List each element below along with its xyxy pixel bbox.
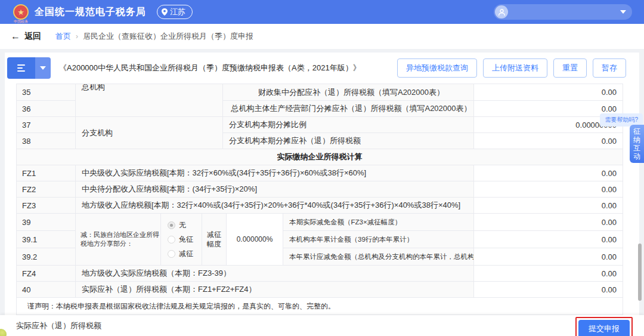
menu-caret[interactable]	[35, 57, 51, 79]
reset-button[interactable]: 重置	[553, 58, 587, 78]
tax-bureau-emblem-icon: ★	[13, 4, 29, 20]
form-list-icon	[7, 57, 35, 79]
submit-declaration-button[interactable]: 提交申报	[578, 320, 630, 336]
chevron-down-icon	[40, 66, 46, 70]
row-number: 36	[17, 100, 75, 116]
radio-unchecked-icon	[168, 250, 175, 258]
row-value[interactable]: 0.00	[473, 230, 623, 248]
arrow-left-icon: ←	[11, 31, 20, 42]
radio-unchecked-icon	[168, 236, 175, 243]
toolbar-actions: 异地预缴税款查询 上传附送资料 重置 暂存	[397, 58, 626, 78]
row-number: 39.1	[17, 230, 75, 248]
row-value[interactable]: 0.00	[473, 132, 623, 149]
row-desc: 实际应补（退）所得税额（本期：FZ1+FZ2+FZ4）	[75, 281, 473, 297]
row-desc: 地方级收入应纳税额[本期：32行×40%或(34行+35行)×20%+36行*4…	[75, 197, 473, 213]
save-draft-button[interactable]: 暂存	[593, 58, 626, 78]
row-desc: 财政集中分配应补（退）所得税额（填写A202000表）	[222, 84, 473, 100]
radio-label: 无	[179, 220, 186, 230]
breadcrumb-bar: ← 返回 首页 › 居民企业（查账征收）企业所得税月（季）度申报	[0, 24, 644, 49]
row-value[interactable]: 0.00	[473, 197, 623, 213]
row-number: 38	[17, 132, 75, 149]
row-desc: 中央级收入实际应纳税额[本期：32行×60%或(34行+35行+36行)×60%…	[75, 165, 473, 181]
interaction-side-tab[interactable]: 征纳互动	[630, 125, 644, 163]
group-label-cell: 总机构	[75, 84, 222, 116]
breadcrumb-separator: ›	[76, 32, 78, 41]
radio-option-exempt[interactable]: 免征	[168, 235, 193, 245]
row-value[interactable]: 0.00	[473, 165, 623, 181]
vertical-scrollbar[interactable]	[638, 243, 642, 301]
row-value[interactable]: 0.00	[473, 248, 623, 265]
group-label: 总机构	[82, 84, 105, 93]
row-desc: 本机构本年累计金额（39行的本年累计）	[283, 230, 473, 248]
region-badge[interactable]: 江苏	[157, 5, 193, 19]
row-desc: 分支机构本期分摊比例	[222, 116, 473, 132]
row-number: FZ3	[17, 197, 75, 213]
user-avatar-icon	[495, 5, 508, 19]
app-header: ★ 全国统一规范电子税务局 江苏	[0, 0, 644, 24]
table-band-headoffice: 35 总机构 财政集中分配应补（退）所得税额（填写A202000表） 0.00 …	[17, 84, 623, 116]
rate-label: 减征幅度	[206, 230, 222, 249]
row-desc: 总机构主体生产经营部门分摊应补（退）所得税额（填写A202000表）	[222, 100, 473, 116]
row-desc: 本年累计应减免金额（总机构及分支机构的本年累计，总机构填报）	[283, 248, 473, 265]
table-band-branch: 37 分支机构 分支机构本期分摊比例 0.00000000 38 分支机构本期分…	[17, 116, 623, 149]
radio-label: 减征	[179, 249, 193, 259]
row-number: 40	[17, 281, 75, 297]
row-value[interactable]: 0.00	[473, 265, 623, 281]
breadcrumb-current: 居民企业（查账征收）企业所得税月（季）度申报	[83, 31, 253, 42]
radio-label: 免征	[179, 235, 193, 245]
declaration-statement: 谨声明：本纳税申报表是根据国家税收法律法规及相关规定填报的，是真实的、可靠的、完…	[17, 297, 623, 315]
group-label: 分支机构	[75, 116, 222, 149]
row-number: 39.2	[17, 248, 75, 265]
table-band-tail: FZ4 地方级收入实际应纳税额（本期：FZ3-39） 0.00 40 实际应补（…	[17, 265, 623, 297]
radio-option-none[interactable]: 无	[168, 220, 186, 230]
row-value[interactable]: 0.00	[473, 84, 623, 100]
declaration-table: 35 总机构 财政集中分配应补（退）所得税额（填写A202000表） 0.00 …	[16, 84, 623, 315]
upload-attachment-button[interactable]: 上传附送资料	[483, 58, 547, 78]
footer-total-label: 实际应补（退）所得税额	[16, 320, 101, 331]
back-label: 返回	[24, 31, 41, 42]
row-value[interactable]: 0.00	[473, 181, 623, 197]
exemption-radio-group: 无 免征 减征	[160, 213, 202, 265]
row-number: 35	[17, 84, 75, 100]
form-toolbar: 《A200000中华人民共和国企业所得税月（季）度预缴纳税申报表（A类，2021…	[5, 53, 639, 84]
row-number: FZ4	[17, 265, 75, 281]
app-title: 全国统一规范电子税务局	[35, 6, 146, 19]
brand: ★ 全国统一规范电子税务局 江苏	[13, 4, 193, 20]
radio-option-reduce[interactable]: 减征	[168, 249, 193, 259]
radio-checked-icon	[168, 221, 175, 229]
footer-bar: 实际应补（退）所得税额 提交申报	[0, 315, 644, 336]
rate-value-cell[interactable]: 0.000000%	[226, 213, 283, 265]
rate-label-cell: 减征幅度	[202, 213, 226, 265]
row-desc: 地方级收入实际应纳税额（本期：FZ3-39）	[75, 265, 473, 281]
row-number: FZ1	[17, 165, 75, 181]
row-number: FZ2	[17, 181, 75, 197]
user-menu[interactable]	[494, 4, 632, 20]
row-value[interactable]: 0.00	[473, 213, 623, 230]
row-desc: 分支机构本期分摊应补（退）所得税额	[222, 132, 473, 149]
deduction-group-label: 减：民族自治地区企业所得税地方分享部分：	[75, 213, 160, 265]
chevron-down-icon	[620, 10, 626, 14]
back-button[interactable]: ← 返回	[11, 31, 41, 42]
row-value[interactable]: 0.00	[473, 281, 623, 297]
row-desc: 本期实际减免金额（FZ3×减征幅度）	[283, 213, 473, 230]
annotation-highlight-box: 提交申报	[575, 317, 633, 336]
row-number: 39	[17, 213, 75, 230]
table-band-fz: FZ1 中央级收入实际应纳税额[本期：32行×60%或(34行+35行+36行)…	[17, 165, 623, 213]
form-menu-button[interactable]	[7, 57, 51, 79]
row-number: 37	[17, 116, 75, 132]
location-pin-icon	[162, 8, 168, 16]
table-band-39: 39 减：民族自治地区企业所得税地方分享部分： 无 免征 减征 减征幅度 0.0…	[17, 213, 623, 265]
region-badge-label: 江苏	[170, 7, 185, 17]
breadcrumb-home[interactable]: 首页	[55, 31, 71, 42]
form-title: 《A200000中华人民共和国企业所得税月（季）度预缴纳税申报表（A类，2021…	[59, 63, 361, 73]
form-card: 《A200000中华人民共和国企业所得税月（季）度预缴纳税申报表（A类，2021…	[5, 53, 639, 315]
side-tab-label: 征纳互动	[633, 127, 641, 161]
section-header: 实际缴纳企业所得税计算	[17, 149, 623, 165]
remote-prepay-query-button[interactable]: 异地预缴税款查询	[397, 58, 477, 78]
row-desc: 中央待分配收入应纳税额[本期：(34行+35行)×20%]	[75, 181, 473, 197]
breadcrumb: 首页 › 居民企业（查账征收）企业所得税月（季）度申报	[55, 31, 253, 42]
